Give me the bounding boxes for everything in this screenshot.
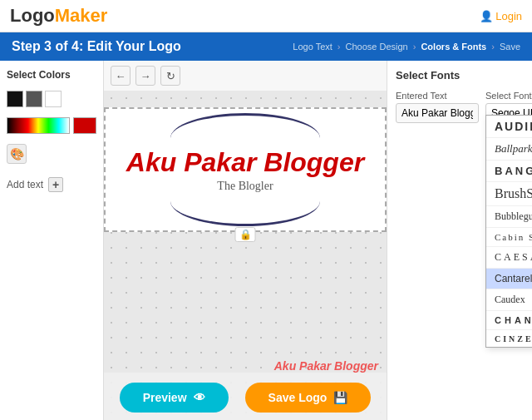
save-icon: 💾	[333, 391, 347, 404]
arc-top	[170, 113, 320, 155]
logo-canvas[interactable]: Aku Pakar Blogger The Blogler 🔒	[104, 107, 387, 232]
sep3: ›	[491, 42, 495, 52]
redo-button[interactable]: →	[135, 66, 155, 86]
header: LogoMaker 👤 Login	[0, 0, 532, 32]
font-option-bubblegum[interactable]: Bubblegum Sans	[486, 206, 532, 228]
sidebar: Select Colors 🎨 Add text +	[0, 61, 104, 420]
reset-button[interactable]: ↻	[160, 66, 180, 86]
logo-brand: LogoMaker	[10, 5, 107, 27]
undo-button[interactable]: ←	[111, 66, 131, 86]
font-option-cabin[interactable]: Cabin Sketch	[486, 228, 532, 247]
entered-text-input[interactable]	[396, 103, 479, 123]
canvas-background: Aku Pakar Blogger The Blogler 🔒 Aku Paka…	[104, 91, 387, 420]
breadcrumb-logo-text[interactable]: Logo Text	[293, 42, 332, 52]
font-option-caesar[interactable]: CAESAR DRESSING	[486, 247, 532, 269]
arc-bottom	[170, 185, 320, 226]
swatch-white[interactable]	[45, 91, 62, 107]
font-option-brushscript[interactable]: BrushScript BT	[486, 182, 532, 206]
font-panel: Select Fonts Entered Text Select Font Se…	[387, 61, 532, 420]
save-logo-button[interactable]: Save Logo 💾	[245, 383, 372, 413]
main: Select Colors 🎨 Add text + ← → ↻ Aku Pa	[0, 61, 532, 420]
breadcrumb-colors-fonts[interactable]: Colors & Fonts	[421, 42, 486, 52]
swatch-dark-gray[interactable]	[26, 91, 42, 107]
lock-icon: 🔒	[235, 227, 256, 242]
font-panel-title: Select Fonts	[396, 69, 532, 82]
canvas-toolbar: ← → ↻	[104, 61, 387, 91]
save-logo-label: Save Logo	[268, 391, 328, 404]
logo-word: Logo	[10, 5, 55, 26]
breadcrumb-choose-design[interactable]: Choose Design	[346, 42, 408, 52]
font-option-audience[interactable]: AUDIENCE	[486, 116, 532, 138]
swatch-black[interactable]	[7, 91, 23, 107]
watermark: Aku Pakar Blogger	[274, 359, 378, 373]
bottom-bar: Preview 👁 Save Logo 💾	[104, 373, 387, 420]
login-link[interactable]: 👤 Login	[480, 10, 522, 22]
entered-text-label: Entered Text	[396, 91, 479, 101]
swatch-red[interactable]	[73, 117, 96, 134]
add-text-button[interactable]: +	[48, 177, 63, 192]
palette-icon[interactable]: 🎨	[7, 144, 27, 164]
login-label: Login	[495, 10, 522, 22]
preview-button[interactable]: Preview 👁	[120, 383, 229, 413]
add-text-row: Add text +	[7, 177, 96, 192]
sep2: ›	[413, 42, 416, 52]
font-option-ballpark[interactable]: Ballpark	[486, 138, 532, 161]
color-row	[7, 117, 96, 134]
canvas-font-wrapper: ← → ↻ Aku Pakar Blogger The Blogler 🔒 Ak…	[104, 61, 387, 420]
select-font-label: Select Font	[485, 91, 532, 101]
color-gradient[interactable]	[7, 117, 70, 134]
font-option-bangers[interactable]: BANGERS	[486, 161, 532, 182]
font-dropdown[interactable]: AUDIENCEBallparkBANGERSBrushScript BTBub…	[485, 115, 532, 348]
maker-word: Maker	[55, 5, 108, 26]
breadcrumb-save[interactable]: Save	[500, 42, 520, 52]
step-bar: Step 3 of 4: Edit Your Logo Logo Text › …	[0, 32, 532, 61]
font-option-cantarell[interactable]: Cantarell	[486, 269, 532, 289]
user-icon: 👤	[480, 10, 496, 22]
font-option-cinzel[interactable]: CINZEL DECORA	[486, 330, 532, 348]
font-option-caudex[interactable]: Caudex	[486, 289, 532, 311]
entered-text-col: Entered Text	[396, 91, 479, 123]
preview-label: Preview	[143, 391, 187, 404]
add-text-label: Add text	[7, 179, 43, 190]
eye-icon: 👁	[194, 391, 205, 404]
font-option-channel[interactable]: CHANNEL TUNING	[486, 311, 532, 330]
color-swatches	[7, 91, 96, 107]
breadcrumb: Logo Text › Choose Design › Colors & Fon…	[293, 42, 520, 52]
select-colors-title: Select Colors	[7, 69, 96, 81]
sep1: ›	[337, 42, 341, 52]
step-title: Step 3 of 4: Edit Your Logo	[12, 39, 181, 54]
